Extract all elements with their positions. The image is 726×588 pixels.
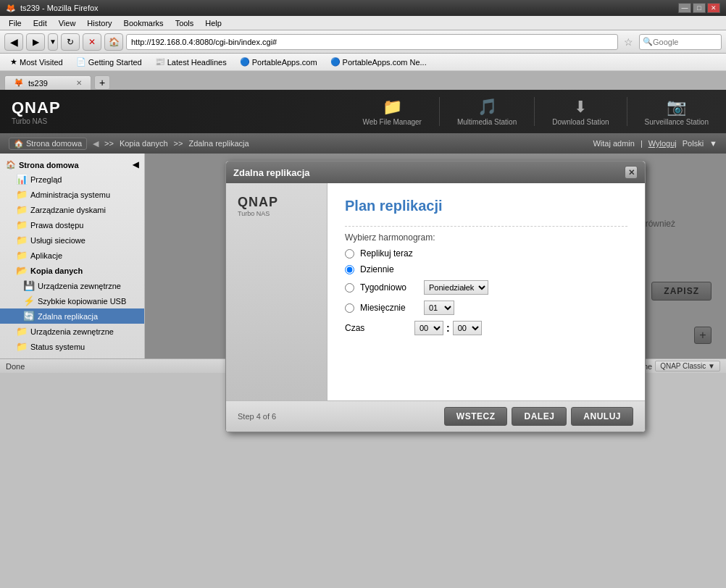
sidebar-item-urzadzenia-zew[interactable]: 💾 Urządzenia zewnętrzne: [0, 278, 144, 293]
sidebar-item-uslugi[interactable]: 📁 Usługi sieciowe: [0, 232, 144, 248]
tab-close[interactable]: ✕: [76, 79, 82, 87]
divider: [345, 226, 627, 227]
breadcrumb-toggle[interactable]: ◀: [93, 139, 99, 148]
lang-selector[interactable]: Polski: [683, 139, 704, 148]
surveillance-station-btn[interactable]: 📷 Surveillance Station: [639, 95, 714, 129]
portableapps2-icon: 🔵: [330, 57, 341, 67]
sidebar-toggle[interactable]: ◀: [133, 160, 138, 169]
radio-weekly-label[interactable]: Tygodniowo: [360, 282, 418, 293]
hour-select[interactable]: 00 01 02: [414, 321, 443, 335]
menu-help[interactable]: Help: [199, 17, 228, 29]
home-breadcrumb[interactable]: 🏠 Strona domowa: [9, 138, 87, 150]
close-btn[interactable]: ✕: [707, 3, 720, 13]
bookmark-getting-started[interactable]: 📄 Getting Started: [70, 56, 148, 68]
tab-bar: 🦊 ts239 ✕ +: [0, 71, 726, 90]
sidebar-item-dyski[interactable]: 📁 Zarządzanie dyskami: [0, 202, 144, 217]
download-icon: ⬇: [574, 98, 587, 117]
new-tab-button[interactable]: +: [94, 75, 110, 90]
dialog-qnap-logo: QNAP: [238, 195, 278, 210]
breadcrumb-kopia[interactable]: Kopia danych: [120, 139, 168, 148]
header-divider-3: [627, 97, 627, 126]
maximize-btn[interactable]: □: [693, 3, 706, 13]
forward-arrow[interactable]: ▼: [48, 33, 58, 51]
radio-now-label[interactable]: Replikuj teraz: [360, 248, 413, 259]
bookmark-star[interactable]: ☆: [624, 36, 633, 48]
radio-monthly-label[interactable]: Miesięcznie: [360, 303, 418, 313]
breadcrumb-separator-2: >>: [174, 139, 183, 148]
bookmark-most-visited[interactable]: ★ Most Visited: [4, 56, 69, 68]
sidebar-item-kopia[interactable]: 📂 Kopia danych: [0, 263, 144, 278]
portableapps-icon: 🔵: [240, 57, 250, 67]
admin-icon: 📁: [16, 189, 28, 200]
home-button[interactable]: 🏠: [104, 33, 123, 51]
monthly-select[interactable]: 01 02 03 04 05: [424, 301, 454, 315]
time-label: Czas: [345, 323, 409, 333]
next-dialog-button[interactable]: DALEJ: [512, 407, 567, 426]
menu-bookmarks[interactable]: Bookmarks: [118, 17, 170, 29]
sidebar-item-zdalna[interactable]: 🔄 Zdalna replikacja: [0, 308, 144, 324]
menu-file[interactable]: File: [3, 17, 28, 29]
sidebar-item-usb[interactable]: ⚡ Szybkie kopiowanie USB: [0, 293, 144, 308]
web-file-manager-btn[interactable]: 📁 Web File Manager: [356, 95, 427, 129]
kopia-icon: 📂: [16, 265, 28, 276]
weekly-select[interactable]: Poniedziałek Wtorek Środa Czwartek Piąte…: [424, 280, 488, 295]
sidebar-item-prawa[interactable]: 📁 Prawa dostępu: [0, 217, 144, 232]
cancel-dialog-button[interactable]: ANULUJ: [571, 407, 633, 426]
lang-arrow[interactable]: ▼: [709, 139, 717, 148]
menu-history[interactable]: History: [81, 17, 117, 29]
menu-tools[interactable]: Tools: [170, 17, 200, 29]
breadcrumb-zdalna: Zdalna replikacja: [188, 139, 249, 148]
step-indicator: Step 4 of 6: [238, 412, 276, 421]
multimedia-station-btn[interactable]: 🎵 Multimedia Station: [451, 95, 522, 129]
aplikacje-icon: 📁: [16, 250, 28, 261]
forward-button[interactable]: ▶: [26, 33, 45, 51]
dialog-title: Zdalna replikacja: [233, 167, 310, 178]
urzadzenia-icon: 💾: [23, 280, 35, 291]
refresh-button[interactable]: ↻: [61, 33, 80, 51]
usb-icon: ⚡: [23, 295, 35, 306]
sidebar-item-urzadzenia2[interactable]: 📁 Urządzenia zewnętrzne: [0, 324, 144, 339]
status-icon: 📁: [16, 341, 28, 352]
menu-edit[interactable]: Edit: [28, 17, 53, 29]
dialog-titlebar: Zdalna replikacja ✕: [226, 161, 645, 183]
radio-now-row: Replikuj teraz: [345, 248, 627, 259]
news-icon: 📰: [155, 57, 165, 67]
logout-link[interactable]: Wyloguj: [648, 139, 677, 148]
search-input[interactable]: [653, 38, 718, 46]
minimize-btn[interactable]: —: [678, 3, 691, 13]
sidebar: 🏠 Strona domowa ◀ 📊 Przegląd 📁 Administr…: [0, 154, 145, 358]
sidebar-item-status[interactable]: 📁 Status systemu: [0, 339, 144, 354]
radio-weekly[interactable]: [345, 283, 354, 293]
window-controls[interactable]: — □ ✕: [678, 3, 720, 13]
stop-button[interactable]: ✕: [83, 33, 101, 51]
radio-daily-row: Dziennie: [345, 264, 627, 274]
radio-daily-label[interactable]: Dziennie: [360, 264, 394, 274]
bookmark-portableapps-ne[interactable]: 🔵 PortableApps.com Ne...: [325, 56, 433, 68]
przeglad-icon: 📊: [16, 174, 28, 185]
bookmark-headlines[interactable]: 📰 Latest Headlines: [149, 56, 233, 68]
download-station-btn[interactable]: ⬇ Download Station: [546, 95, 614, 129]
url-bar[interactable]: [126, 34, 618, 50]
radio-daily[interactable]: [345, 265, 354, 274]
header-divider-2: [534, 97, 535, 126]
qnap-classic-button[interactable]: QNAP Classic ▼: [655, 361, 720, 371]
status-left: Done: [6, 362, 25, 371]
sidebar-item-aplikacje[interactable]: 📁 Aplikacje: [0, 248, 144, 263]
sidebar-item-admin[interactable]: 📁 Administracja systemu: [0, 187, 144, 202]
sidebar-home-header[interactable]: 🏠 Strona domowa ◀: [0, 158, 144, 172]
back-dialog-button[interactable]: WSTECZ: [444, 407, 508, 426]
dialog-close-button[interactable]: ✕: [625, 166, 638, 179]
tab-ts239[interactable]: 🦊 ts239 ✕: [4, 75, 91, 90]
plan-replikacji-title: Plan replikacji: [345, 198, 627, 214]
bookmark-portableapps[interactable]: 🔵 PortableApps.com: [234, 56, 323, 68]
radio-monthly[interactable]: [345, 303, 354, 313]
minute-select[interactable]: 00 15 30 45: [453, 321, 482, 335]
tab-favicon: 🦊: [14, 78, 24, 88]
welcome-text: Witaj admin: [593, 139, 634, 148]
sidebar-item-przeglad[interactable]: 📊 Przegląd: [0, 172, 144, 187]
menu-view[interactable]: View: [53, 17, 82, 29]
back-button[interactable]: ◀: [4, 33, 23, 51]
dialog-body: QNAP Turbo NAS Plan replikacji Wybierz h…: [226, 183, 645, 400]
radio-now[interactable]: [345, 249, 354, 259]
header-apps: 📁 Web File Manager 🎵 Multimedia Station …: [356, 95, 714, 129]
